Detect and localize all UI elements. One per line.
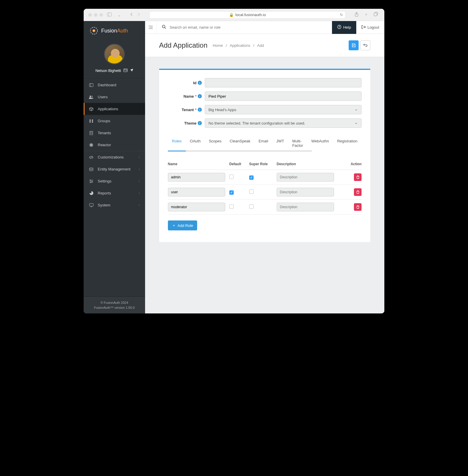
minimize-window-icon[interactable] — [94, 13, 97, 17]
sidebar-item-customizations[interactable]: Customizations ‹ — [84, 151, 145, 163]
cancel-button[interactable] — [360, 40, 370, 50]
tab-webauthn[interactable]: WebAuthn — [307, 136, 333, 151]
tenants-icon — [89, 131, 94, 135]
vcard-icon[interactable] — [123, 68, 128, 73]
sidebar-item-groups[interactable]: Groups — [84, 115, 145, 127]
breadcrumb-current: Add — [257, 43, 264, 48]
sidebar-item-label: Users — [98, 95, 108, 99]
tab-email[interactable]: Email — [254, 136, 272, 151]
role-name-input[interactable] — [168, 173, 225, 182]
info-icon[interactable]: i — [198, 121, 202, 125]
browser-window: ⌄ 🔒 local.fusionauth.io ↻ + FusionAuth — [84, 9, 384, 313]
col-action-header: Action — [345, 162, 362, 166]
back-nav-icon[interactable] — [128, 12, 135, 18]
menu-toggle-button[interactable] — [145, 21, 157, 34]
refresh-icon[interactable]: ↻ — [340, 13, 343, 17]
table-row: ✓ — [168, 170, 362, 185]
tab-multifactor[interactable]: Multi-Factor — [288, 136, 307, 151]
tenant-select[interactable]: Big Head's Apps — [205, 105, 362, 114]
sidebar-item-reports[interactable]: Reports ‹ — [84, 187, 145, 199]
new-tab-icon[interactable]: + — [363, 11, 369, 18]
role-desc-input[interactable] — [277, 173, 334, 182]
breadcrumb-applications[interactable]: Applications — [230, 43, 250, 48]
super-checkbox[interactable] — [249, 204, 254, 209]
copyright: © FusionAuth 2024 — [87, 300, 142, 305]
svg-point-7 — [93, 30, 94, 31]
forward-nav-icon[interactable] — [136, 12, 142, 18]
sidebar-item-tenants[interactable]: Tenants — [84, 127, 145, 139]
svg-point-31 — [92, 181, 93, 182]
logout-label: Logout — [367, 25, 379, 30]
info-icon[interactable]: i — [198, 108, 202, 112]
sidebar-item-reactor[interactable]: Reactor — [84, 139, 145, 151]
maximize-window-icon[interactable] — [99, 13, 103, 17]
url-bar[interactable]: 🔒 local.fusionauth.io ↻ — [149, 11, 346, 19]
theme-select[interactable]: No theme selected. The tenant configurat… — [205, 118, 362, 128]
search-icon — [162, 25, 166, 30]
fusionauth-logo-icon — [90, 26, 98, 35]
svg-point-9 — [124, 70, 125, 70]
sidebar-footer: © FusionAuth 2024 FusionAuth™ version 1.… — [84, 296, 145, 313]
default-checkbox[interactable] — [229, 204, 234, 209]
super-checkbox[interactable] — [249, 189, 254, 194]
svg-rect-20 — [90, 131, 93, 135]
delete-button[interactable] — [354, 188, 362, 196]
delete-button[interactable] — [354, 203, 362, 211]
system-icon — [89, 203, 94, 207]
svg-rect-11 — [126, 70, 127, 71]
close-window-icon[interactable] — [88, 13, 92, 17]
settings-icon — [89, 180, 94, 183]
sidebar-item-label: System — [98, 203, 110, 207]
help-button[interactable]: ? Help — [332, 21, 356, 34]
role-desc-input[interactable] — [277, 188, 334, 196]
sidebar-item-settings[interactable]: Settings ‹ — [84, 175, 145, 187]
svg-point-32 — [90, 182, 91, 183]
role-desc-input[interactable] — [277, 203, 334, 211]
tab-jwt[interactable]: JWT — [272, 136, 288, 151]
svg-rect-16 — [90, 120, 91, 121]
add-role-button[interactable]: ＋ Add Role — [168, 220, 197, 230]
chevron-left-icon: ‹ — [139, 203, 140, 207]
avatar[interactable] — [104, 44, 125, 64]
default-checkbox[interactable]: ✓ — [229, 190, 234, 195]
tab-scopes[interactable]: Scopes — [205, 136, 226, 151]
svg-text:?: ? — [339, 25, 340, 28]
role-name-input[interactable] — [168, 188, 225, 196]
search-input[interactable] — [170, 25, 327, 30]
delete-button[interactable] — [354, 173, 362, 181]
super-checkbox[interactable]: ✓ — [249, 175, 254, 180]
tab-roles[interactable]: Roles — [168, 136, 186, 151]
role-name-input[interactable] — [168, 203, 225, 211]
tab-registration[interactable]: Registration — [333, 136, 362, 151]
name-input[interactable] — [205, 92, 362, 101]
tab-oauth[interactable]: OAuth — [186, 136, 205, 151]
svg-rect-17 — [92, 120, 93, 121]
browser-chrome: ⌄ 🔒 local.fusionauth.io ↻ + — [84, 9, 384, 21]
share-icon[interactable] — [353, 11, 360, 18]
sidebar-item-dashboard[interactable]: Dashboard — [84, 79, 145, 91]
traffic-lights — [88, 13, 103, 17]
default-checkbox[interactable] — [229, 175, 234, 179]
svg-line-39 — [165, 27, 166, 29]
users-icon — [89, 95, 94, 99]
customizations-icon — [89, 156, 94, 159]
dashboard-icon — [89, 83, 94, 87]
tabs-overview-icon[interactable] — [372, 11, 380, 18]
page-title: Add Application — [159, 41, 207, 49]
location-icon[interactable] — [130, 68, 133, 73]
info-icon[interactable]: i — [198, 81, 202, 85]
sidebar-item-users[interactable]: Users — [84, 91, 145, 103]
info-icon[interactable]: i — [198, 94, 202, 98]
save-button[interactable] — [349, 40, 359, 50]
dropdown-icon[interactable]: ⌄ — [116, 12, 123, 18]
sidebar-item-entity-management[interactable]: Entity Management ‹ — [84, 163, 145, 175]
id-input[interactable] — [205, 78, 362, 87]
sidebar-item-applications[interactable]: Applications — [84, 103, 145, 115]
breadcrumb-home[interactable]: Home — [213, 43, 223, 48]
sidebar-toggle-icon[interactable] — [105, 12, 113, 18]
logout-button[interactable]: Logout — [356, 21, 384, 34]
sidebar-item-system[interactable]: System ‹ — [84, 199, 145, 211]
tab-cleanspeak[interactable]: CleanSpeak — [226, 136, 254, 151]
svg-rect-0 — [107, 13, 112, 16]
chevron-left-icon: ‹ — [139, 168, 140, 171]
